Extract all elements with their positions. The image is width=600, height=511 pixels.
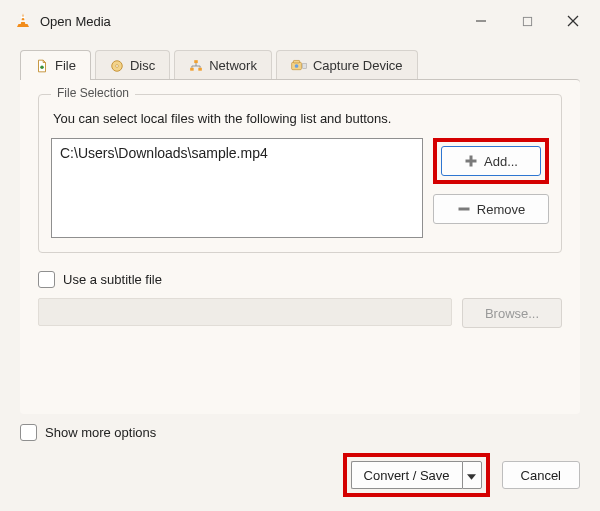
use-subtitle-label: Use a subtitle file bbox=[63, 272, 162, 287]
convert-save-button[interactable]: Convert / Save bbox=[351, 461, 462, 489]
file-selection-group: File Selection You can select local file… bbox=[38, 94, 562, 253]
subtitle-checkbox-row: Use a subtitle file bbox=[38, 271, 562, 288]
convert-save-split-button: Convert / Save bbox=[351, 461, 482, 489]
svg-rect-11 bbox=[199, 67, 203, 70]
capture-device-icon bbox=[291, 59, 307, 73]
cancel-button[interactable]: Cancel bbox=[502, 461, 580, 489]
file-list-item[interactable]: C:\Users\Downloads\sample.mp4 bbox=[60, 145, 414, 161]
subtitle-path-field bbox=[38, 298, 452, 326]
svg-rect-3 bbox=[523, 17, 531, 25]
file-selection-legend: File Selection bbox=[51, 86, 135, 100]
svg-rect-1 bbox=[20, 20, 25, 22]
use-subtitle-checkbox[interactable] bbox=[38, 271, 55, 288]
disc-icon bbox=[110, 59, 124, 73]
add-button[interactable]: Add... bbox=[441, 146, 541, 176]
show-more-options-checkbox[interactable] bbox=[20, 424, 37, 441]
svg-rect-0 bbox=[21, 17, 25, 19]
convert-save-highlight: Convert / Save bbox=[343, 453, 490, 497]
svg-point-8 bbox=[116, 64, 119, 67]
maximize-button[interactable] bbox=[504, 2, 550, 40]
svg-point-14 bbox=[295, 64, 299, 68]
tab-network[interactable]: Network bbox=[174, 50, 272, 80]
open-media-dialog: Open Media File Disc N bbox=[0, 0, 600, 511]
browse-subtitle-button: Browse... bbox=[462, 298, 562, 328]
svg-rect-9 bbox=[194, 60, 198, 63]
source-tabs: File Disc Network Capture Device bbox=[0, 42, 600, 80]
cancel-label: Cancel bbox=[521, 468, 561, 483]
tab-content: File Selection You can select local file… bbox=[20, 79, 580, 414]
file-selection-instruction: You can select local files with the foll… bbox=[53, 111, 549, 126]
convert-save-dropdown[interactable] bbox=[462, 461, 482, 489]
tab-network-label: Network bbox=[209, 58, 257, 73]
titlebar: Open Media bbox=[0, 0, 600, 42]
tab-file[interactable]: File bbox=[20, 50, 91, 80]
convert-save-label: Convert / Save bbox=[364, 468, 450, 483]
close-button[interactable] bbox=[550, 2, 596, 40]
tab-disc[interactable]: Disc bbox=[95, 50, 170, 80]
browse-subtitle-label: Browse... bbox=[485, 306, 539, 321]
show-more-options-row: Show more options bbox=[20, 424, 580, 441]
svg-rect-13 bbox=[293, 60, 299, 62]
tab-file-label: File bbox=[55, 58, 76, 73]
plus-icon bbox=[464, 154, 478, 168]
minus-icon bbox=[457, 202, 471, 216]
remove-button[interactable]: Remove bbox=[433, 194, 549, 224]
network-icon bbox=[189, 59, 203, 73]
svg-point-6 bbox=[40, 65, 44, 69]
tab-capture-label: Capture Device bbox=[313, 58, 403, 73]
remove-button-label: Remove bbox=[477, 202, 525, 217]
svg-rect-10 bbox=[190, 67, 194, 70]
window-title: Open Media bbox=[40, 14, 111, 29]
vlc-cone-icon bbox=[14, 12, 32, 30]
show-more-options-label: Show more options bbox=[45, 425, 156, 440]
tab-capture-device[interactable]: Capture Device bbox=[276, 50, 418, 80]
file-list[interactable]: C:\Users\Downloads\sample.mp4 bbox=[51, 138, 423, 238]
tab-disc-label: Disc bbox=[130, 58, 155, 73]
file-icon bbox=[35, 59, 49, 73]
svg-rect-15 bbox=[303, 63, 307, 68]
dialog-bottom: Show more options Convert / Save Cancel bbox=[0, 414, 600, 511]
minimize-button[interactable] bbox=[458, 2, 504, 40]
add-button-label: Add... bbox=[484, 154, 518, 169]
chevron-down-icon bbox=[467, 468, 476, 483]
add-button-highlight: Add... bbox=[433, 138, 549, 184]
